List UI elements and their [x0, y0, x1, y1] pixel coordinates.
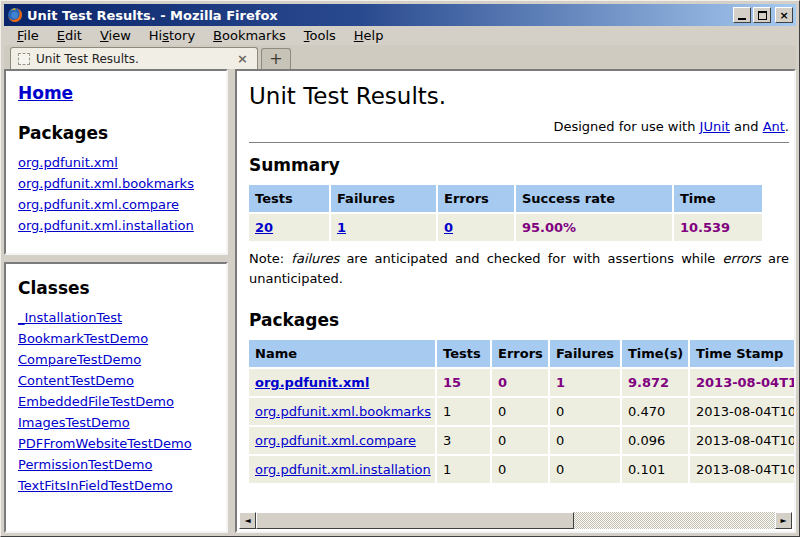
- page-title: Unit Test Results.: [249, 83, 794, 109]
- menu-tools[interactable]: Tools: [295, 26, 345, 45]
- package-link[interactable]: org.pdfunit.xml.compare: [255, 433, 416, 448]
- ant-link[interactable]: Ant: [763, 119, 785, 134]
- browser-window: Unit Test Results. - Mozilla Firefox × F…: [0, 0, 800, 537]
- junit-link[interactable]: JUnit: [700, 119, 730, 134]
- window-title: Unit Test Results. - Mozilla Firefox: [27, 8, 731, 23]
- menu-history[interactable]: History: [140, 26, 204, 45]
- packages-frame: Home Packages org.pdfunit.xml org.pdfuni…: [4, 69, 228, 255]
- classes-frame: Classes _InstallationTest BookmarkTestDe…: [4, 262, 228, 533]
- tab-close-icon[interactable]: ×: [235, 51, 250, 66]
- sidebar-class-link[interactable]: PermissionTestDemo: [18, 457, 216, 473]
- packages-table: Name Tests Errors Failures Time(s) Time …: [247, 338, 796, 485]
- close-icon: ×: [779, 10, 788, 21]
- summary-col-time: Time: [674, 185, 762, 212]
- package-link[interactable]: org.pdfunit.xml.bookmarks: [255, 404, 431, 419]
- summary-col-failures: Failures: [331, 185, 436, 212]
- sidebar-package-link[interactable]: org.pdfunit.xml.compare: [18, 197, 216, 213]
- packages-col-errors: Errors: [492, 340, 548, 367]
- packages-section-heading: Packages: [249, 310, 794, 330]
- packages-col-timestamp: Time Stamp: [690, 340, 796, 367]
- tab-bar: Unit Test Results. × +: [4, 45, 796, 69]
- package-link[interactable]: org.pdfunit.xml: [255, 375, 369, 390]
- summary-col-tests: Tests: [249, 185, 329, 212]
- maximize-button[interactable]: [753, 7, 771, 23]
- sidebar-package-link[interactable]: org.pdfunit.xml: [18, 155, 216, 171]
- sidebar-class-link[interactable]: EmbeddedFileTestDemo: [18, 394, 216, 410]
- menu-help[interactable]: Help: [345, 26, 393, 45]
- package-row: org.pdfunit.xml 15 0 1 9.872 2013-08-04T…: [249, 369, 796, 396]
- tab-unit-test-results[interactable]: Unit Test Results. ×: [10, 47, 258, 69]
- menu-bookmarks[interactable]: Bookmarks: [204, 26, 295, 45]
- packages-col-tests: Tests: [437, 340, 490, 367]
- packages-col-time: Time(s): [622, 340, 688, 367]
- summary-time: 10.539: [674, 214, 762, 241]
- minimize-icon: [738, 18, 746, 20]
- sidebar-package-link[interactable]: org.pdfunit.xml.installation: [18, 218, 216, 234]
- minimize-button[interactable]: [733, 7, 751, 23]
- sidebar-class-link[interactable]: PDFFromWebsiteTestDemo: [18, 436, 216, 452]
- new-tab-button[interactable]: +: [261, 48, 291, 69]
- close-button[interactable]: ×: [775, 7, 793, 23]
- frame-divider-vertical[interactable]: [228, 69, 235, 533]
- classes-heading: Classes: [18, 278, 216, 298]
- frame-divider-horizontal[interactable]: [4, 255, 228, 262]
- sidebar-class-link[interactable]: TextFitsInFieldTestDemo: [18, 478, 216, 494]
- divider-rule: [249, 142, 789, 143]
- summary-table: Tests Failures Errors Success rate Time …: [247, 183, 764, 243]
- menu-file[interactable]: File: [8, 26, 48, 45]
- sidebar: Home Packages org.pdfunit.xml org.pdfuni…: [4, 69, 228, 533]
- packages-heading: Packages: [18, 123, 216, 143]
- package-link[interactable]: org.pdfunit.xml.installation: [255, 462, 431, 477]
- package-row: org.pdfunit.xml.compare 3 0 0 0.096 2013…: [249, 427, 796, 454]
- scrollbar-thumb[interactable]: [256, 512, 574, 529]
- menu-bar: File Edit View History Bookmarks Tools H…: [4, 26, 796, 45]
- scroll-right-button[interactable]: ►: [775, 512, 792, 529]
- tab-favicon-placeholder-icon: [18, 53, 30, 65]
- sidebar-class-link[interactable]: BookmarkTestDemo: [18, 331, 216, 347]
- packages-header-row: Name Tests Errors Failures Time(s) Time …: [249, 340, 796, 367]
- sidebar-class-link[interactable]: _InstallationTest: [18, 310, 216, 326]
- menu-edit[interactable]: Edit: [48, 26, 91, 45]
- summary-tests-link[interactable]: 20: [255, 220, 273, 235]
- summary-failures-link[interactable]: 1: [337, 220, 346, 235]
- page-content: Home Packages org.pdfunit.xml org.pdfuni…: [4, 69, 796, 533]
- packages-col-failures: Failures: [550, 340, 620, 367]
- sidebar-class-link[interactable]: ContentTestDemo: [18, 373, 216, 389]
- sidebar-class-link[interactable]: ImagesTestDemo: [18, 415, 216, 431]
- sidebar-class-link[interactable]: CompareTestDemo: [18, 352, 216, 368]
- summary-col-errors: Errors: [438, 185, 514, 212]
- tab-title: Unit Test Results.: [36, 52, 235, 66]
- main-frame: Unit Test Results. Designed for use with…: [235, 69, 796, 533]
- summary-success-rate: 95.00%: [516, 214, 672, 241]
- title-bar: Unit Test Results. - Mozilla Firefox ×: [4, 4, 796, 26]
- scroll-left-button[interactable]: ◄: [239, 512, 256, 529]
- summary-col-success-rate: Success rate: [516, 185, 672, 212]
- horizontal-scrollbar: ◄ ►: [239, 512, 792, 529]
- package-row: org.pdfunit.xml.installation 1 0 0 0.101…: [249, 456, 796, 483]
- note-text: Note: failures are anticipated and check…: [249, 249, 789, 288]
- sidebar-package-link[interactable]: org.pdfunit.xml.bookmarks: [18, 176, 216, 192]
- home-link[interactable]: Home: [18, 83, 73, 103]
- package-row: org.pdfunit.xml.bookmarks 1 0 0 0.470 20…: [249, 398, 796, 425]
- byline: Designed for use with JUnit and Ant.: [249, 119, 794, 134]
- scrollbar-track[interactable]: [574, 512, 775, 529]
- summary-heading: Summary: [249, 155, 794, 175]
- summary-data-row: 20 1 0 95.00% 10.539: [249, 214, 762, 241]
- summary-header-row: Tests Failures Errors Success rate Time: [249, 185, 762, 212]
- maximize-icon: [758, 11, 767, 20]
- summary-errors-link[interactable]: 0: [444, 220, 453, 235]
- menu-view[interactable]: View: [91, 26, 140, 45]
- packages-col-name: Name: [249, 340, 435, 367]
- firefox-icon: [7, 7, 23, 23]
